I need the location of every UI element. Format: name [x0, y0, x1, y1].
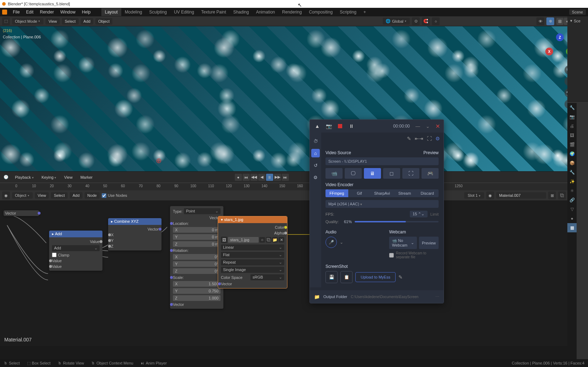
- outliner-item[interactable]: ▾ Sce: [569, 18, 587, 24]
- shading-wireframe-icon[interactable]: ⊞: [556, 18, 563, 25]
- screenshot-save-icon[interactable]: 💾: [325, 271, 338, 283]
- overlay-toggle-icon[interactable]: 👁: [536, 17, 544, 25]
- upload-button[interactable]: Upload to MyEss: [355, 272, 396, 282]
- new-material-icon[interactable]: ⊞: [548, 191, 556, 199]
- menu-window[interactable]: Window: [57, 9, 78, 15]
- recorder-screenshot-icon[interactable]: 📷: [325, 122, 333, 130]
- material-slot[interactable]: Slot 1: [464, 192, 484, 199]
- ne-node[interactable]: Node: [85, 192, 100, 199]
- recorder-close-icon[interactable]: ✕: [435, 123, 440, 130]
- prop-tab-output-icon[interactable]: 🖨: [567, 122, 577, 131]
- folder-icon[interactable]: 📁: [314, 294, 320, 299]
- node-vector[interactable]: Vector: [4, 210, 39, 216]
- timeline-ruler[interactable]: 0 10 20 30 40 50 60 70 80 90 100 110 120…: [0, 183, 588, 190]
- prop-tab-scene-icon[interactable]: 🎬: [567, 140, 577, 149]
- image-unlink-icon[interactable]: ✕: [279, 237, 284, 243]
- tab-layout[interactable]: Layout: [101, 8, 121, 16]
- output-folder-label[interactable]: Output Folder: [323, 295, 347, 299]
- rot-x-field[interactable]: X0°: [173, 254, 221, 260]
- recorder-collapse-icon[interactable]: ▲: [313, 122, 321, 130]
- source-select[interactable]: Single Image: [221, 267, 284, 273]
- toolbar-object[interactable]: Object: [95, 18, 112, 25]
- jump-end-icon[interactable]: ⏭: [282, 174, 289, 181]
- toolbar-select[interactable]: Select: [62, 18, 79, 25]
- timeline-view[interactable]: View: [61, 174, 75, 180]
- source-screen-icon[interactable]: 🖥: [364, 168, 381, 179]
- source-region-icon[interactable]: ◻: [383, 168, 400, 179]
- proportional-icon[interactable]: ○: [432, 17, 440, 25]
- prop-tab-physics-icon[interactable]: ⚛: [567, 186, 577, 195]
- prev-key-icon[interactable]: ◀◀: [250, 174, 258, 181]
- prop-tab-tool-icon[interactable]: 🔧: [567, 103, 577, 112]
- pause-icon[interactable]: ⏸: [266, 174, 273, 181]
- timeline-keying[interactable]: Keying: [39, 174, 59, 180]
- pivot-icon[interactable]: ⊙: [412, 17, 420, 25]
- preview-link[interactable]: Preview: [423, 150, 439, 155]
- play-reverse-icon[interactable]: ◀: [258, 174, 265, 181]
- recorder-pause-button[interactable]: ⏸: [348, 122, 355, 130]
- prop-tab-object-icon[interactable]: 📦: [567, 158, 577, 168]
- menu-help[interactable]: Help: [79, 9, 94, 15]
- loc-y-field[interactable]: Y0 m: [173, 234, 221, 240]
- recorder-settings-icon[interactable]: ⚙: [311, 173, 320, 182]
- ne-view[interactable]: View: [35, 192, 49, 199]
- loc-x-field[interactable]: X0 m: [173, 227, 221, 233]
- tab-compositing[interactable]: Compositing: [305, 8, 336, 16]
- webcam-select[interactable]: 📹 No Webcam⌄: [389, 237, 417, 249]
- timeline-editor-icon[interactable]: 🕐: [2, 173, 10, 181]
- webcam-preview-button[interactable]: Preview: [419, 237, 439, 249]
- extension-select[interactable]: Repeat: [221, 259, 284, 265]
- encoder-tab-ffmpeg[interactable]: FFmpeg: [325, 189, 348, 197]
- screen-recorder-panel[interactable]: ▲ 📷 ⏸ 00:00:00 — ⌄ ✕ ⏱ ⌂ ↺ ⚙ ✎ ⇤⇥ ⛶ ⚙ Vi…: [309, 119, 444, 303]
- prop-tab-render-icon[interactable]: 📷: [567, 112, 577, 122]
- snap-icon[interactable]: 🧲: [422, 17, 430, 25]
- node-header[interactable]: ▸ Combine XYZ: [108, 218, 161, 225]
- timeline-playback[interactable]: Playback: [12, 174, 37, 180]
- encoder-tab-stream[interactable]: Stream: [393, 189, 416, 197]
- toolbar-view[interactable]: View: [46, 18, 60, 25]
- autokey-icon[interactable]: ●: [235, 174, 242, 181]
- codec-select[interactable]: Mp4 (x264 | AAC): [325, 200, 439, 208]
- prop-tab-data-icon[interactable]: ▽: [567, 205, 577, 214]
- axis-x[interactable]: X: [545, 48, 553, 55]
- copy-material-icon[interactable]: ⿻: [558, 191, 566, 199]
- node-mapping[interactable]: Type:Point Vector Location: X0 m Y0 m Z0…: [170, 206, 223, 309]
- audio-chevron-icon[interactable]: ⌄: [340, 240, 343, 245]
- source-fullscreen-icon[interactable]: ⛶: [402, 168, 419, 179]
- tab-modeling[interactable]: Modeling: [121, 8, 146, 16]
- mode-dropdown[interactable]: Object Mode: [12, 18, 43, 25]
- image-new-icon[interactable]: ⿻: [266, 237, 271, 243]
- recorder-record-button[interactable]: [336, 122, 344, 130]
- screenshot-clipboard-icon[interactable]: 📋: [340, 271, 353, 283]
- prop-tab-particle-icon[interactable]: ✨: [567, 177, 577, 186]
- crop-icon[interactable]: ⛶: [427, 136, 432, 141]
- prop-tab-texture-icon[interactable]: ▦: [567, 223, 577, 232]
- screenshot-edit-icon[interactable]: ✎: [398, 274, 403, 280]
- node-image-texture[interactable]: ▾ stars_1.jpg Color Alpha 🖼 stars_1.jpg …: [218, 216, 287, 288]
- image-filename-field[interactable]: stars_1.jpg: [228, 237, 259, 243]
- ne-add[interactable]: Add: [70, 192, 83, 199]
- recorder-minimize-icon[interactable]: —: [415, 124, 420, 129]
- node-header[interactable]: ▾ stars_1.jpg: [218, 216, 287, 223]
- tab-scripting[interactable]: Scripting: [336, 8, 360, 16]
- gear-icon[interactable]: ⚙: [435, 136, 440, 141]
- orientation-dropdown[interactable]: 🌐 Global: [383, 18, 410, 25]
- 3d-viewport[interactable]: (216) Collection | Plane.006 X Y Z 🔍 ✋ 📷…: [0, 26, 588, 171]
- prop-tab-constraint-icon[interactable]: 🔗: [567, 195, 577, 205]
- prop-tab-view-icon[interactable]: 🖼: [567, 131, 577, 140]
- axis-z[interactable]: Z: [556, 33, 564, 41]
- more-icon[interactable]: ⋯: [435, 295, 439, 299]
- gizmo-toggle-icon[interactable]: ⊕: [546, 17, 554, 25]
- next-key-icon[interactable]: ▶▶: [274, 174, 281, 181]
- encoder-tab-sharpavi[interactable]: SharpAvi: [371, 189, 393, 197]
- tab-uv-editing[interactable]: UV Editing: [170, 8, 198, 16]
- encoder-tab-discard[interactable]: Discard: [416, 189, 439, 197]
- mic-icon[interactable]: 🎤: [325, 237, 337, 248]
- rot-y-field[interactable]: Y0°: [173, 261, 221, 267]
- rot-z-field[interactable]: Z0°: [173, 268, 221, 274]
- menu-edit[interactable]: Edit: [23, 9, 36, 15]
- clamp-checkbox[interactable]: [52, 253, 57, 257]
- timeline-marker[interactable]: Marker: [78, 174, 95, 180]
- fps-field[interactable]: 15 ⌃⌄: [410, 211, 428, 217]
- use-nodes-checkbox[interactable]: Use Nodes: [102, 193, 127, 198]
